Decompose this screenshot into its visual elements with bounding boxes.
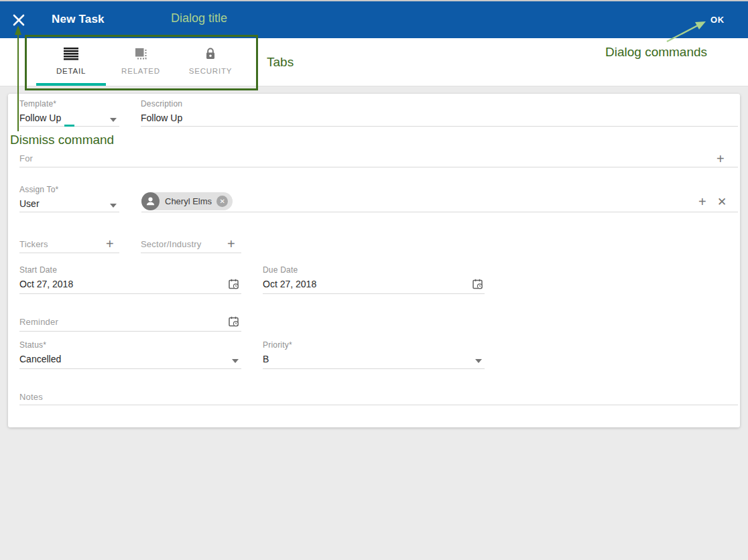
lock-icon bbox=[204, 47, 217, 63]
reminder-underline bbox=[19, 331, 241, 332]
chip-remove-icon[interactable]: ✕ bbox=[216, 196, 228, 207]
dialog-title: New Task bbox=[52, 13, 105, 26]
assign-to-underline bbox=[19, 212, 119, 212]
tab-security[interactable]: SECURITY bbox=[176, 38, 245, 86]
assignee-chip-name: Cheryl Elms bbox=[165, 196, 212, 206]
tab-detail[interactable]: DETAIL bbox=[36, 38, 106, 86]
dismiss-button[interactable] bbox=[11, 13, 26, 27]
reminder-calendar-icon[interactable] bbox=[228, 316, 240, 328]
priority-label: Priority* bbox=[263, 340, 292, 350]
template-focus-underline bbox=[64, 125, 74, 127]
template-dropdown-icon[interactable] bbox=[110, 118, 117, 122]
template-select[interactable]: Follow Up bbox=[19, 113, 61, 123]
reminder-label: Reminder bbox=[19, 317, 58, 327]
due-date-label: Due Date bbox=[263, 265, 298, 275]
due-date-underline bbox=[263, 293, 485, 294]
start-date-label: Start Date bbox=[19, 265, 57, 275]
tickers-add-icon[interactable]: + bbox=[106, 239, 114, 249]
detail-form-card: Template* Follow Up Description Follow U… bbox=[8, 94, 740, 427]
template-label: Template* bbox=[19, 99, 56, 109]
close-icon bbox=[11, 18, 26, 29]
reorder-icon bbox=[63, 47, 79, 63]
notes-underline bbox=[19, 405, 738, 405]
active-tab-indicator bbox=[36, 83, 106, 86]
due-date-calendar-icon[interactable] bbox=[472, 278, 484, 290]
assign-to-dropdown-icon[interactable] bbox=[110, 204, 117, 208]
tab-detail-label: DETAIL bbox=[56, 67, 86, 75]
sector-underline bbox=[141, 253, 241, 253]
for-label: For bbox=[19, 153, 33, 163]
status-label: Status* bbox=[19, 340, 46, 350]
priority-underline bbox=[263, 368, 485, 369]
for-add-icon[interactable]: + bbox=[716, 154, 725, 163]
description-label: Description bbox=[141, 99, 182, 109]
assignee-underline bbox=[141, 212, 738, 212]
assign-clear-icon[interactable]: ✕ bbox=[717, 198, 727, 207]
description-input[interactable]: Follow Up bbox=[141, 113, 182, 123]
status-dropdown-icon[interactable] bbox=[232, 359, 239, 363]
start-date-calendar-icon[interactable] bbox=[228, 278, 240, 290]
tab-bar: DETAIL RELATED SECURITY bbox=[0, 38, 748, 86]
for-underline bbox=[19, 167, 738, 167]
tab-security-label: SECURITY bbox=[189, 67, 233, 75]
start-date-input[interactable]: Oct 27, 2018 bbox=[19, 279, 73, 289]
new-task-dialog: New Task OK DETAIL bbox=[0, 0, 748, 560]
tickers-underline bbox=[19, 253, 119, 253]
flip-to-back-icon bbox=[134, 47, 147, 63]
due-date-input[interactable]: Oct 27, 2018 bbox=[263, 279, 316, 289]
person-icon bbox=[141, 192, 160, 210]
assign-add-icon[interactable]: + bbox=[698, 197, 706, 206]
priority-select[interactable]: B bbox=[263, 354, 269, 364]
dialog-header: New Task OK bbox=[0, 1, 748, 38]
sector-add-icon[interactable]: + bbox=[227, 239, 235, 249]
sector-label: Sector/Industry bbox=[141, 239, 201, 249]
status-select[interactable]: Cancelled bbox=[19, 354, 61, 364]
tab-related-label: RELATED bbox=[121, 67, 160, 75]
tickers-label: Tickers bbox=[19, 239, 48, 249]
description-underline bbox=[141, 126, 738, 127]
status-underline bbox=[19, 368, 241, 369]
assign-to-label: Assign To* bbox=[19, 185, 58, 194]
assignee-chip[interactable]: Cheryl Elms ✕ bbox=[141, 192, 233, 210]
priority-dropdown-icon[interactable] bbox=[475, 359, 482, 363]
start-date-underline bbox=[19, 293, 241, 294]
assign-to-select[interactable]: User bbox=[19, 198, 40, 209]
ok-button[interactable]: OK bbox=[710, 15, 725, 25]
notes-label: Notes bbox=[19, 392, 43, 402]
tab-related[interactable]: RELATED bbox=[106, 38, 176, 86]
